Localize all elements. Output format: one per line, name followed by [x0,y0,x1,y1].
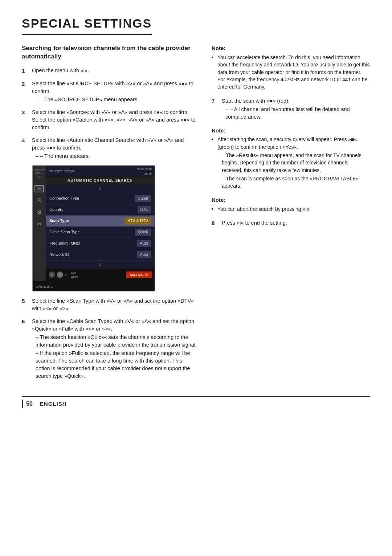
step-3: 3 Select the line »Source« with »V« or »… [22,109,197,131]
note-1-title: Note: [212,44,370,52]
step-num-6: 6 [22,318,28,380]
step-2: 2 Select the line »SOURCE SETUP« with »V… [22,80,197,103]
note-1-item-1: You can accelerate the search. To do thi… [212,54,370,90]
note-1-list: You can accelerate the search. To do thi… [212,54,370,90]
note-3-list: You can abort the search by pressing »i«… [212,205,370,213]
footer-page-number: 50 [22,400,33,408]
section-heading: Searching for television channels from t… [22,44,197,61]
step-content-2: Select the line »SOURCE SETUP« with »V« … [32,80,197,103]
tv-circle-2-icon: ② [57,271,63,278]
step-num-1: 1 [22,67,28,75]
right-column: Note: You can accelerate the search. To … [212,44,370,385]
note-3-title: Note: [212,196,370,204]
tv-footer-icons: ① ② ◎ [49,271,68,278]
steps-list: 1 Open the menu with »i«. 2 Select the l… [22,67,197,160]
tv-scroll-up: ∧ [46,185,155,193]
tv-logo-bar: GRUNDIG [33,281,155,291]
tv-screenshot: COMFORTGUIDE ▽ ⊙ ⚙ ✂ [32,165,155,291]
step-6: 6 Select the line »Cable Scan Type« with… [22,318,197,380]
step-8: 8 Press »i« to end the setting. [212,219,370,227]
tv-row-country: Country U.K. [46,204,155,216]
note-2-item-1: After starting the scan, a security quer… [212,136,370,189]
tv-time: 15:46 [137,172,152,176]
source-icon: ⊙ [37,196,42,204]
step-content-3: Select the line »Source« with »V« or »Λ«… [32,109,197,131]
step-content-7: Start the scan with »■« (red). – All cha… [222,97,370,121]
tv-start-search-btn[interactable]: Start Search [126,271,152,278]
tv-footer: ① ② ◎ Exit Back Start Search [46,269,155,281]
step-num-4: 4 [22,136,28,160]
step-num-2: 2 [22,80,28,103]
settings-icon: ⚙ [37,208,42,217]
page-footer: 50 ENGLISH [22,396,370,408]
step-content-8: Press »i« to end the setting. [222,219,370,227]
tv-source-setup-label: SOURCE SETUP [49,169,74,173]
step-content-6: Select the line »Cable Scan Type« with »… [32,318,197,380]
note-2-list: After starting the scan, a security quer… [212,136,370,189]
step-num-5: 5 [22,297,28,312]
tv-footer-labels: Exit Back [71,271,78,279]
tv-row-cable-scan: Cable Scan Type Quick [46,227,155,238]
left-column: Searching for television channels from t… [22,44,197,385]
tv-date: 28.09.2010 [137,167,152,172]
note-1: Note: You can accelerate the search. To … [212,44,370,90]
tv-knob-icon: ◎ [65,273,68,277]
comfort-guide-icon: ▽ [33,175,45,180]
step-7: 7 Start the scan with »■« (red). – All c… [212,97,370,121]
step-content-1: Open the menu with »i«. [32,67,197,75]
step-content-5: Select the line »Scan Typ« with »V« or »… [32,297,197,312]
tv-row-scan-type: Scan Type ATV & DTV [46,216,155,227]
tv-icon-1 [34,185,44,192]
tv-footer-left: ① ② ◎ Exit Back [49,271,78,279]
step-num-3: 3 [22,109,28,131]
tv-row-connection: Connection Type Cabel [46,193,155,204]
tv-sidebar: COMFORTGUIDE ▽ ⊙ ⚙ ✂ [33,166,46,281]
step-num-8: 8 [212,219,218,227]
step-1: 1 Open the menu with »i«. [22,67,197,75]
step-content-4: Select the line »Automatic Channel Searc… [32,136,197,160]
step-8-list: 8 Press »i« to end the setting. [212,219,370,227]
tv-header: SOURCE SETUP 28.09.2010 15:46 [46,166,155,177]
footer-language: ENGLISH [40,400,67,408]
tv-row-network-id: Network ID Auto [46,249,155,261]
tv-scroll-down: ∨ [46,261,155,269]
tv-row-frequency: Frequency (MHz) Auto [46,238,155,249]
note-2: Note: After starting the scan, a securit… [212,127,370,190]
tv-main-area: SOURCE SETUP 28.09.2010 15:46 AUTOMATIC … [46,166,155,281]
steps-cont-list: 5 Select the line »Scan Typ« with »V« or… [22,297,197,380]
note-2-title: Note: [212,127,370,135]
note-3-item-1: You can abort the search by pressing »i«… [212,205,370,213]
page-title: SPECIAL SETTINGS [22,15,370,44]
tv-title-bar: AUTOMATIC CHANNEL SEARCH [46,177,155,185]
comfort-guide-label: COMFORTGUIDE [33,169,45,175]
tv-circle-1-icon: ① [49,271,55,278]
step-7-list: 7 Start the scan with »■« (red). – All c… [212,97,370,121]
tool-icon: ✂ [37,220,41,228]
step-4: 4 Select the line »Automatic Channel Sea… [22,136,197,160]
step-num-7: 7 [212,97,218,121]
step-5: 5 Select the line »Scan Typ« with »V« or… [22,297,197,312]
note-3: Note: You can abort the search by pressi… [212,196,370,213]
